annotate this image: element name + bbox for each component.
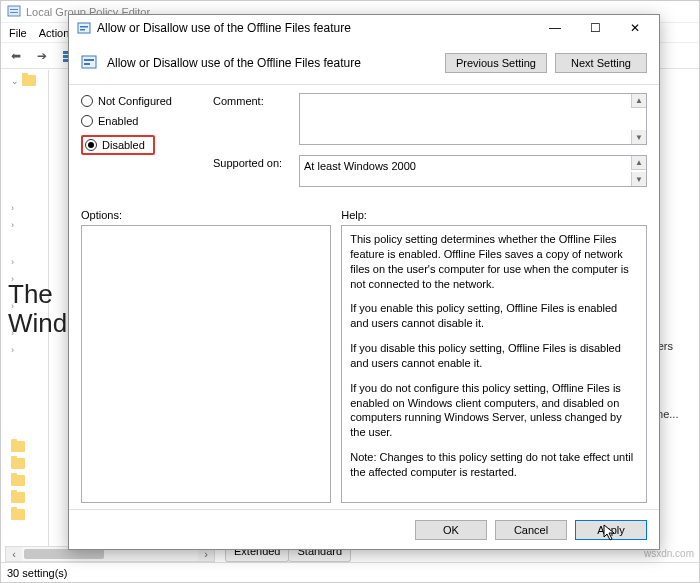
minimize-button[interactable]: — (535, 16, 575, 40)
maximize-button[interactable]: ☐ (575, 16, 615, 40)
menu-file[interactable]: File (9, 27, 27, 39)
svg-rect-7 (82, 56, 96, 68)
supported-on-label: Supported on: (213, 155, 299, 169)
folder-icon (11, 475, 25, 486)
options-label: Options: (81, 209, 331, 221)
svg-rect-0 (8, 6, 20, 16)
ok-button[interactable]: OK (415, 520, 487, 540)
previous-setting-button[interactable]: Previous Setting (445, 53, 547, 73)
supported-on-field: At least Windows 2000 ▲ ▼ (299, 155, 647, 187)
dialog-header: Allow or Disallow use of the Offline Fil… (69, 41, 659, 85)
folder-icon (11, 492, 25, 503)
folder-icon (11, 458, 25, 469)
comment-label: Comment: (213, 93, 299, 107)
scroll-up-icon[interactable]: ▲ (631, 156, 646, 170)
policy-icon (81, 54, 97, 72)
dialog-body: Not Configured Enabled Disabled Comment:… (69, 85, 659, 509)
policy-icon (77, 21, 91, 35)
radio-icon (81, 115, 93, 127)
svg-rect-8 (84, 59, 94, 61)
folder-icon (11, 509, 25, 520)
next-setting-button[interactable]: Next Setting (555, 53, 647, 73)
comment-field[interactable]: ▲ ▼ (299, 93, 647, 145)
menu-action[interactable]: Action (39, 27, 70, 39)
radio-group: Not Configured Enabled Disabled (81, 93, 201, 203)
cancel-button[interactable]: Cancel (495, 520, 567, 540)
help-text: If you do not configure this policy sett… (350, 381, 638, 440)
svg-rect-5 (80, 26, 88, 28)
policy-dialog: Allow or Disallow use of the Offline Fil… (68, 14, 660, 550)
help-text: If you disable this policy setting, Offl… (350, 341, 638, 371)
radio-enabled[interactable]: Enabled (81, 115, 201, 127)
header-title: Allow or Disallow use of the Offline Fil… (107, 56, 437, 70)
gpedit-icon (7, 4, 21, 20)
help-text: If you enable this policy setting, Offli… (350, 301, 638, 331)
folder-icon (22, 75, 36, 86)
dialog-footer: OK Cancel Apply (69, 509, 659, 549)
help-text: This policy setting determines whether t… (350, 232, 638, 291)
radio-icon (81, 95, 93, 107)
svg-rect-4 (78, 23, 90, 33)
dialog-titlebar[interactable]: Allow or Disallow use of the Offline Fil… (69, 15, 659, 41)
radio-not-configured[interactable]: Not Configured (81, 95, 201, 107)
dialog-title: Allow or Disallow use of the Offline Fil… (97, 21, 535, 35)
apply-button[interactable]: Apply (575, 520, 647, 540)
close-button[interactable]: ✕ (615, 16, 655, 40)
svg-rect-6 (80, 29, 85, 31)
radio-disabled[interactable]: Disabled (81, 135, 155, 155)
help-label: Help: (341, 209, 647, 221)
forward-button[interactable]: ➔ (31, 46, 53, 66)
svg-rect-9 (84, 63, 90, 65)
status-bar: 30 setting(s) (1, 562, 699, 582)
svg-rect-1 (10, 9, 18, 10)
help-text: Note: Changes to this policy setting do … (350, 450, 638, 480)
scroll-down-icon[interactable]: ▼ (631, 130, 646, 144)
folder-icon (11, 441, 25, 452)
scroll-left-icon[interactable]: ‹ (6, 547, 22, 561)
help-panel[interactable]: This policy setting determines whether t… (341, 225, 647, 503)
scroll-thumb[interactable] (24, 549, 104, 559)
radio-icon (85, 139, 97, 151)
options-panel (81, 225, 331, 503)
status-text: 30 setting(s) (7, 567, 68, 579)
scroll-down-icon[interactable]: ▼ (631, 172, 646, 186)
back-button[interactable]: ⬅ (5, 46, 27, 66)
scroll-up-icon[interactable]: ▲ (631, 94, 646, 108)
svg-rect-2 (10, 12, 18, 13)
